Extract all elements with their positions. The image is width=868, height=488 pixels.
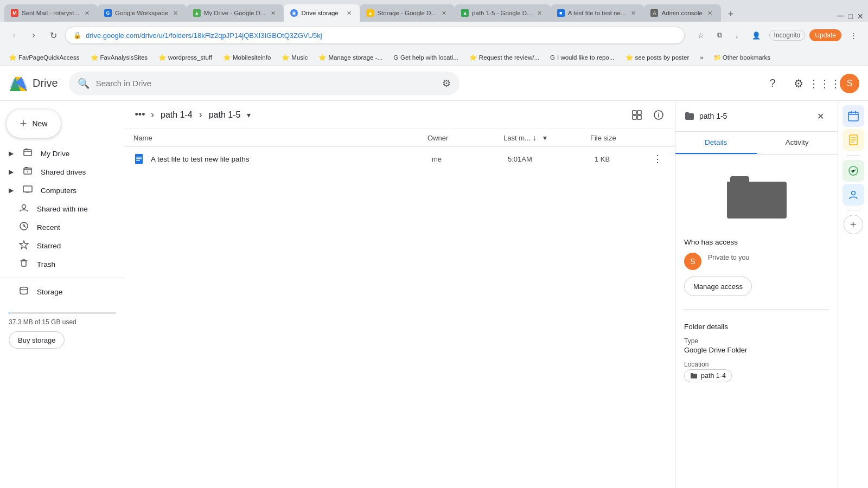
sidebar-item-storage[interactable]: Storage xyxy=(0,282,118,301)
browser-tab-1[interactable]: M Sent Mail - rotaryst... ✕ xyxy=(4,4,98,22)
bookmark-4[interactable]: ⭐ Mobilesiteinfo xyxy=(219,52,275,63)
browser-tab-7[interactable]: ■ A test file to test ne... ✕ xyxy=(551,4,644,22)
breadcrumb-bar: ••• › path 1-4 › path 1-5 ▾ xyxy=(125,101,675,129)
sort-icon: ↓ xyxy=(533,133,537,142)
buy-storage-button[interactable]: Buy storage xyxy=(9,331,65,349)
new-tab-button[interactable]: + xyxy=(723,7,738,22)
bookmark-5[interactable]: ⭐ Music xyxy=(277,52,312,63)
access-user: S Private to you xyxy=(684,253,829,270)
browser-tab-8[interactable]: A Admin console ✕ xyxy=(644,4,720,22)
access-section: Who has access S Private to you Manage a… xyxy=(675,229,838,305)
col-header-modified[interactable]: Last m... ↓ ▾ xyxy=(503,133,590,142)
tab-label-1: Sent Mail - rotaryst... xyxy=(22,10,79,16)
folder-details-section: Folder details Type Google Drive Folder … xyxy=(675,314,838,397)
update-badge[interactable]: Update xyxy=(809,29,841,41)
tab-close-5[interactable]: ✕ xyxy=(439,9,448,17)
svg-rect-7 xyxy=(24,150,31,156)
breadcrumb-parent[interactable]: path 1-4 xyxy=(156,108,197,122)
right-icon-calendar[interactable] xyxy=(843,105,864,127)
new-button[interactable]: + New xyxy=(7,110,61,138)
tab-close-4[interactable]: ✕ xyxy=(344,9,353,17)
header-actions: ? ⚙ ⋮⋮⋮ S xyxy=(762,73,859,94)
breadcrumb-more-button[interactable]: ••• xyxy=(131,106,149,124)
address-bar[interactable]: 🔒 drive.google.com/drive/u/1/folders/18k… xyxy=(65,27,685,44)
tab-close-1[interactable]: ✕ xyxy=(82,9,91,17)
incognito-badge[interactable]: Incognito xyxy=(769,30,806,41)
table-row[interactable]: A test file to test new file paths me 5:… xyxy=(125,147,675,171)
tab-favicon-3: ▲ xyxy=(193,9,201,17)
back-button[interactable]: ‹ xyxy=(7,28,22,43)
location-chip[interactable]: path 1-4 xyxy=(684,369,732,382)
bookmark-7[interactable]: G Get help with locati... xyxy=(389,53,463,62)
sidebar-item-shared-with-me[interactable]: Shared with me xyxy=(0,200,118,218)
info-button[interactable] xyxy=(649,105,668,125)
bookmark-star[interactable]: ☆ xyxy=(693,29,709,42)
browser-tab-4[interactable]: ◉ Drive storage ✕ xyxy=(284,4,360,22)
tab-favicon-4: ◉ xyxy=(290,9,298,17)
user-avatar[interactable]: S xyxy=(840,74,859,93)
tab-activity[interactable]: Activity xyxy=(757,132,838,154)
tab-close-3[interactable]: ✕ xyxy=(269,9,277,17)
search-input[interactable] xyxy=(96,79,436,88)
help-button[interactable]: ? xyxy=(762,73,783,94)
profile-icon[interactable]: 👤 xyxy=(748,29,765,42)
bookmark-9[interactable]: G I would like to repo... xyxy=(546,53,618,62)
filter-icon[interactable]: ⚙ xyxy=(442,78,451,89)
add-app-button[interactable]: + xyxy=(844,215,863,234)
tab-label-7: A test file to test ne... xyxy=(568,10,626,16)
extension-puzzle[interactable]: ⧉ xyxy=(713,29,726,42)
address-text: drive.google.com/drive/u/1/folders/18kFl… xyxy=(86,31,676,40)
forward-button[interactable]: › xyxy=(26,28,41,43)
manage-access-button[interactable]: Manage access xyxy=(684,277,752,296)
bookmark-6[interactable]: ⭐ Manage storage -... xyxy=(314,52,387,63)
apps-button[interactable]: ⋮⋮⋮ xyxy=(814,73,835,94)
col-header-name[interactable]: Name xyxy=(133,134,427,142)
settings-button[interactable]: ⚙ xyxy=(788,73,809,94)
sidebar-item-starred[interactable]: Starred xyxy=(0,236,118,255)
maximize-button[interactable]: □ xyxy=(848,12,853,21)
close-button[interactable]: ✕ xyxy=(857,12,864,21)
browser-tab-2[interactable]: G Google Workspace ✕ xyxy=(98,4,187,22)
browser-tab-6[interactable]: ▲ path 1-5 - Google D... ✕ xyxy=(455,4,551,22)
sidebar-item-shared-drives[interactable]: ▶ Shared drives xyxy=(0,163,118,181)
minimize-button[interactable]: ─ xyxy=(837,10,844,22)
right-icon-contacts[interactable] xyxy=(843,184,864,206)
row-more-button[interactable]: ⋮ xyxy=(649,150,666,168)
search-icon: 🔍 xyxy=(78,78,90,89)
bookmark-3[interactable]: ⭐ wordpress_stuff xyxy=(154,52,216,63)
sidebar-item-my-drive[interactable]: ▶ My Drive xyxy=(0,144,118,163)
bookmark-2[interactable]: ⭐ FavAnalysisSites xyxy=(86,52,152,63)
reload-button[interactable]: ↻ xyxy=(46,28,61,43)
svg-marker-6 xyxy=(10,79,27,88)
tab-label-5: Storage - Google D... xyxy=(377,10,436,16)
sidebar-item-computers[interactable]: ▶ Computers xyxy=(0,181,118,200)
detail-close-button[interactable]: ✕ xyxy=(812,107,829,125)
tab-close-6[interactable]: ✕ xyxy=(535,9,544,17)
bookmark-1[interactable]: ⭐ FavPageQuickAccess xyxy=(4,52,84,63)
file-list: A test file to test new file paths me 5:… xyxy=(125,147,675,488)
search-box[interactable]: 🔍 ⚙ xyxy=(69,72,459,95)
tab-close-7[interactable]: ✕ xyxy=(629,9,637,17)
update-chromium[interactable]: ↓ xyxy=(731,29,743,42)
bookmark-10[interactable]: ⭐ see posts by poster xyxy=(621,52,694,63)
breadcrumb-current-container[interactable]: path 1-5 ▾ xyxy=(205,108,251,122)
browser-tab-3[interactable]: ▲ My Drive - Google D... ✕ xyxy=(187,4,284,22)
notes-icon xyxy=(847,134,859,146)
sidebar-item-recent[interactable]: Recent xyxy=(0,218,118,236)
tab-close-2[interactable]: ✕ xyxy=(171,9,180,17)
tab-details[interactable]: Details xyxy=(675,132,757,154)
browser-menu[interactable]: ⋮ xyxy=(846,29,861,42)
bookmark-8[interactable]: ⭐ Request the review/... xyxy=(465,52,544,63)
tab-close-8[interactable]: ✕ xyxy=(706,9,714,17)
bookmark-other[interactable]: 📁 Other bookmarks xyxy=(709,52,775,63)
sort-options-button[interactable]: ▾ xyxy=(543,133,547,142)
right-sidebar: + xyxy=(838,101,868,488)
recent-icon xyxy=(18,221,29,234)
sidebar-item-trash[interactable]: Trash xyxy=(0,255,118,273)
tab-label-6: path 1-5 - Google D... xyxy=(472,10,532,16)
grid-view-button[interactable] xyxy=(627,105,647,125)
more-bookmarks[interactable]: » xyxy=(697,53,706,62)
right-icon-notes[interactable] xyxy=(843,129,864,151)
browser-tab-5[interactable]: ▲ Storage - Google D... ✕ xyxy=(360,4,455,22)
right-icon-tasks[interactable] xyxy=(843,160,864,182)
